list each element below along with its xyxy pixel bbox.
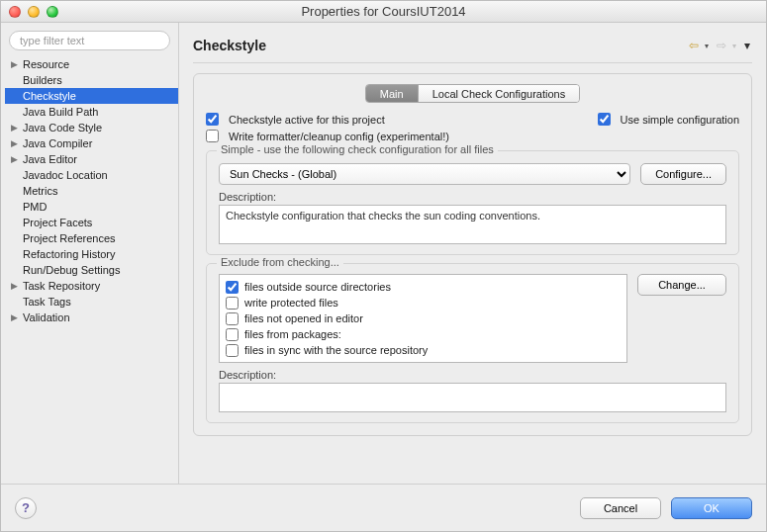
simple-config-checkbox[interactable] (598, 113, 611, 126)
exclude-checkbox[interactable] (226, 344, 239, 357)
disclosure-triangle-icon[interactable]: ▶ (11, 281, 21, 291)
simple-config-label: Use simple configuration (621, 114, 739, 126)
titlebar: Properties for CoursIUT2014 (1, 1, 766, 23)
tab-local-check[interactable]: Local Check Configurations (418, 85, 580, 102)
exclude-label: files outside source directories (244, 281, 391, 293)
minimize-window-button[interactable] (28, 6, 40, 18)
disclosure-triangle-icon[interactable]: ▶ (11, 59, 21, 69)
exclude-item[interactable]: files not opened in editor (226, 310, 621, 326)
sidebar-item[interactable]: ▶Resource (5, 56, 178, 72)
sidebar-item[interactable]: ▶Java Code Style (5, 120, 178, 135)
sidebar-item[interactable]: ▶Builders (5, 72, 178, 88)
active-checkbox-row[interactable]: Checkstyle active for this project (206, 113, 385, 126)
sidebar-item[interactable]: ▶Task Repository (5, 278, 178, 294)
sidebar-item[interactable]: ▶Checkstyle (5, 88, 178, 104)
sidebar-item[interactable]: ▶Metrics (5, 183, 178, 199)
tabbar: Main Local Check Configurations (365, 84, 580, 103)
exclude-checkbox[interactable] (226, 328, 239, 341)
window-title: Properties for CoursIUT2014 (1, 4, 766, 19)
sidebar-item[interactable]: ▶Java Build Path (5, 104, 178, 120)
sidebar-item[interactable]: ▶Project References (5, 230, 178, 246)
sidebar-item-label: PMD (21, 201, 47, 213)
formatter-checkbox[interactable] (206, 130, 219, 142)
sidebar-item-label: Validation (21, 311, 70, 323)
description-label: Description: (219, 191, 726, 203)
disclosure-triangle-icon[interactable]: ▶ (11, 123, 21, 133)
sidebar-item[interactable]: ▶Java Compiler (5, 135, 178, 151)
exclude-item[interactable]: files from packages: (226, 326, 621, 342)
sidebar-item-label: Task Repository (21, 280, 100, 292)
sidebar-item[interactable]: ▶Task Tags (5, 294, 178, 310)
forward-icon: ⇨ (715, 39, 728, 52)
exclude-legend: Exclude from checking... (217, 256, 343, 268)
simple-config-row[interactable]: Use simple configuration (598, 113, 739, 126)
configure-button[interactable]: Configure... (640, 163, 726, 185)
sidebar-item-label: Task Tags (21, 296, 71, 308)
exclude-item[interactable]: files outside source directories (226, 279, 621, 295)
exclude-item[interactable]: files in sync with the source repository (226, 342, 621, 358)
active-label: Checkstyle active for this project (229, 114, 385, 126)
sidebar-item[interactable]: ▶Refactoring History (5, 246, 178, 262)
exclude-list: files outside source directorieswrite pr… (219, 274, 627, 363)
sidebar-item-label: Java Code Style (21, 122, 102, 133)
formatter-row[interactable]: Write formatter/cleanup config (experime… (206, 130, 739, 142)
sidebar-item[interactable]: ▶Java Editor (5, 151, 178, 167)
disclosure-triangle-icon[interactable]: ▶ (11, 154, 21, 164)
sidebar-item[interactable]: ▶Run/Debug Settings (5, 262, 178, 278)
sidebar: type filter text ▶Resource▶Builders▶Chec… (1, 23, 179, 484)
page-nav: ⇦▾ ⇨▾ ▾ (687, 39, 752, 52)
sidebar-item[interactable]: ▶PMD (5, 199, 178, 215)
close-window-button[interactable] (9, 6, 21, 18)
sidebar-item-label: Project Facets (21, 217, 92, 228)
ok-button[interactable]: OK (671, 497, 752, 519)
formatter-label: Write formatter/cleanup config (experime… (229, 131, 449, 142)
sidebar-item-label: Java Editor (21, 153, 77, 165)
check-config-select[interactable]: Sun Checks - (Global) (219, 163, 630, 185)
simple-group-legend: Simple - use the following check configu… (217, 143, 498, 155)
sidebar-item[interactable]: ▶Javadoc Location (5, 167, 178, 183)
zoom-window-button[interactable] (47, 6, 58, 18)
sidebar-item-label: Checkstyle (21, 90, 76, 102)
exclude-label: files in sync with the source repository (244, 344, 428, 356)
sidebar-item-label: Project References (21, 232, 116, 244)
exclude-checkbox[interactable] (226, 297, 239, 310)
description2-label: Description: (219, 369, 726, 381)
sidebar-item-label: Builders (21, 74, 62, 86)
exclude-label: files from packages: (244, 328, 341, 340)
sidebar-item-label: Run/Debug Settings (21, 264, 120, 276)
disclosure-triangle-icon[interactable]: ▶ (11, 138, 21, 148)
sidebar-item-label: Java Build Path (21, 106, 98, 118)
cancel-button[interactable]: Cancel (580, 497, 661, 519)
menu-icon[interactable]: ▾ (742, 39, 752, 52)
sidebar-item-label: Metrics (21, 185, 57, 197)
exclude-checkbox[interactable] (226, 281, 239, 294)
exclude-checkbox[interactable] (226, 312, 239, 325)
exclude-label: write protected files (244, 297, 338, 309)
page-title: Checkstyle (193, 38, 687, 53)
active-checkbox[interactable] (206, 113, 219, 126)
help-button[interactable]: ? (15, 497, 37, 519)
category-tree: ▶Resource▶Builders▶Checkstyle▶Java Build… (1, 56, 178, 484)
change-button[interactable]: Change... (637, 274, 726, 296)
sidebar-item-label: Resource (21, 58, 69, 70)
exclude-item[interactable]: write protected files (226, 295, 621, 310)
tab-main[interactable]: Main (366, 85, 418, 102)
disclosure-triangle-icon[interactable]: ▶ (11, 312, 21, 322)
sidebar-item-label: Java Compiler (21, 137, 92, 149)
description-text: Checkstyle configuration that checks the… (219, 205, 726, 244)
sidebar-item[interactable]: ▶Project Facets (5, 215, 178, 230)
filter-input[interactable]: type filter text (9, 31, 170, 50)
description2-text (219, 383, 726, 412)
sidebar-item[interactable]: ▶Validation (5, 310, 178, 325)
back-icon[interactable]: ⇦ (687, 39, 701, 52)
exclude-label: files not opened in editor (244, 312, 363, 324)
sidebar-item-label: Javadoc Location (21, 169, 108, 181)
sidebar-item-label: Refactoring History (21, 248, 116, 260)
